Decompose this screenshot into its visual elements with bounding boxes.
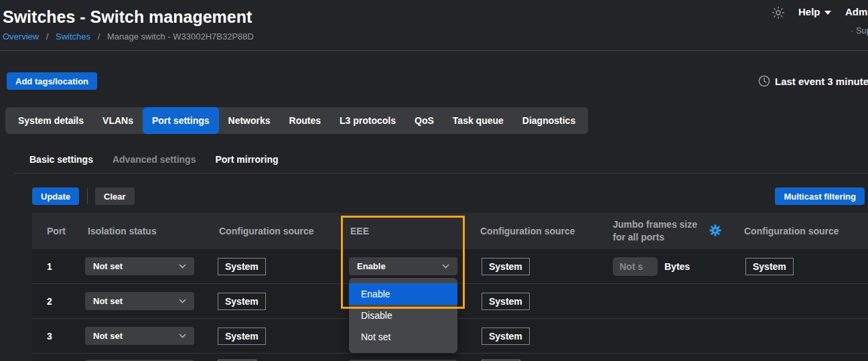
- jumbo-frames-cell: Bytes: [610, 257, 741, 276]
- top-header: Switches - Switch management Overview / …: [0, 0, 868, 51]
- help-label: Help: [798, 6, 820, 17]
- multicast-filtering-button[interactable]: Multicast filtering: [775, 188, 865, 205]
- config-source-badge: System: [482, 258, 530, 275]
- eee-dropdown-menu: Enable Disable Not set: [349, 278, 457, 353]
- config-source-badge: System: [218, 258, 266, 275]
- isolation-status-select-port-1[interactable]: Not set: [85, 257, 194, 275]
- tab-routes[interactable]: Routes: [280, 107, 330, 134]
- isolation-status-value: Not set: [93, 261, 123, 271]
- eee-option-enable[interactable]: Enable: [349, 283, 457, 305]
- switch-management-page: Switches - Switch management Overview / …: [0, 0, 868, 361]
- chevron-down-icon: [179, 334, 186, 338]
- tab-port-settings[interactable]: Port settings: [143, 107, 219, 134]
- table-actions: Update Clear Multicast filtering: [32, 188, 865, 205]
- subtab-basic-settings[interactable]: Basic settings: [29, 154, 93, 165]
- eee-select-port-1[interactable]: Enable: [349, 257, 457, 275]
- subtabs-divider: [13, 173, 868, 173]
- eee-value: Enable: [357, 261, 386, 271]
- jumbo-frames-unit: Bytes: [664, 261, 690, 272]
- config-source-badge: System: [218, 328, 266, 345]
- subtab-advanced-settings[interactable]: Advanced settings: [113, 154, 196, 165]
- update-button[interactable]: Update: [32, 188, 79, 205]
- breadcrumb: Overview / Switches / Manage switch - W3…: [3, 31, 254, 42]
- config-source-badge: System: [745, 258, 794, 275]
- breadcrumb-switches[interactable]: Switches: [56, 31, 90, 42]
- column-header-configuration-source-3: Configuration source: [741, 225, 868, 237]
- page-title: Switches - Switch management: [3, 7, 252, 27]
- breadcrumb-overview[interactable]: Overview: [3, 31, 39, 42]
- jumbo-frames-input[interactable]: [613, 257, 658, 276]
- isolation-status-select-port-2[interactable]: Not set: [85, 292, 194, 310]
- column-header-configuration-source-2: Configuration source: [478, 225, 610, 237]
- clock-icon: [758, 75, 770, 87]
- isolation-status-value: Not set: [93, 331, 123, 341]
- port-number: 2: [32, 296, 85, 307]
- tab-networks[interactable]: Networks: [219, 107, 280, 134]
- subtab-port-mirroring[interactable]: Port mirroring: [215, 154, 278, 165]
- eee-option-not-set[interactable]: Not set: [349, 326, 457, 348]
- port-settings-subtabs: Basic settings Advanced settings Port mi…: [29, 154, 279, 165]
- column-header-port: Port: [32, 226, 85, 236]
- column-header-eee: EEE: [346, 225, 478, 237]
- eee-option-disable[interactable]: Disable: [349, 305, 457, 326]
- table-row-partial: [32, 354, 868, 361]
- account-secondary-label: · Sup: [851, 25, 868, 35]
- tab-system-details[interactable]: System details: [9, 107, 93, 134]
- column-header-isolation-status: Isolation status: [85, 225, 216, 237]
- account-label[interactable]: Admi: [845, 6, 868, 17]
- breadcrumb-current: Manage switch - W33002H7B32P88D: [107, 31, 254, 42]
- tab-vlans[interactable]: VLANs: [93, 107, 143, 134]
- last-event-text: Last event 3 minutes: [775, 76, 868, 87]
- help-menu[interactable]: Help: [798, 6, 831, 17]
- port-number: 3: [32, 331, 85, 342]
- tab-task-queue[interactable]: Task queue: [443, 107, 513, 134]
- isolation-status-select-port-3[interactable]: Not set: [85, 327, 194, 345]
- button-divider: [87, 188, 88, 204]
- config-source-badge: System: [482, 328, 530, 345]
- main-tabs: System details VLANs Port settings Netwo…: [5, 107, 588, 134]
- tab-l3-protocols[interactable]: L3 protocols: [330, 107, 405, 134]
- chevron-down-icon: [179, 299, 186, 303]
- chevron-down-icon: [442, 264, 449, 269]
- add-tags-location-button[interactable]: Add tags/location: [7, 72, 97, 90]
- breadcrumb-separator: /: [46, 31, 49, 42]
- clear-button[interactable]: Clear: [95, 188, 135, 205]
- config-source-badge: System: [482, 293, 530, 310]
- chevron-down-icon: [824, 11, 831, 15]
- gear-icon[interactable]: [709, 224, 721, 238]
- config-source-badge: System: [218, 293, 266, 310]
- column-header-configuration-source-1: Configuration source: [216, 225, 346, 237]
- table-header-row: Port Isolation status Configuration sour…: [32, 213, 868, 249]
- column-header-jumbo-frames: Jumbo frames size for all ports: [610, 218, 741, 244]
- theme-brightness-icon[interactable]: [772, 6, 785, 19]
- port-number: 1: [32, 261, 85, 272]
- last-event-status: Last event 3 minutes: [758, 75, 868, 87]
- chevron-down-icon: [179, 264, 186, 269]
- breadcrumb-separator: /: [98, 31, 100, 42]
- jumbo-frames-label: Jumbo frames size for all ports: [613, 218, 700, 244]
- tab-qos[interactable]: QoS: [405, 107, 443, 134]
- isolation-status-value: Not set: [93, 296, 123, 306]
- tab-diagnostics[interactable]: Diagnostics: [513, 107, 585, 134]
